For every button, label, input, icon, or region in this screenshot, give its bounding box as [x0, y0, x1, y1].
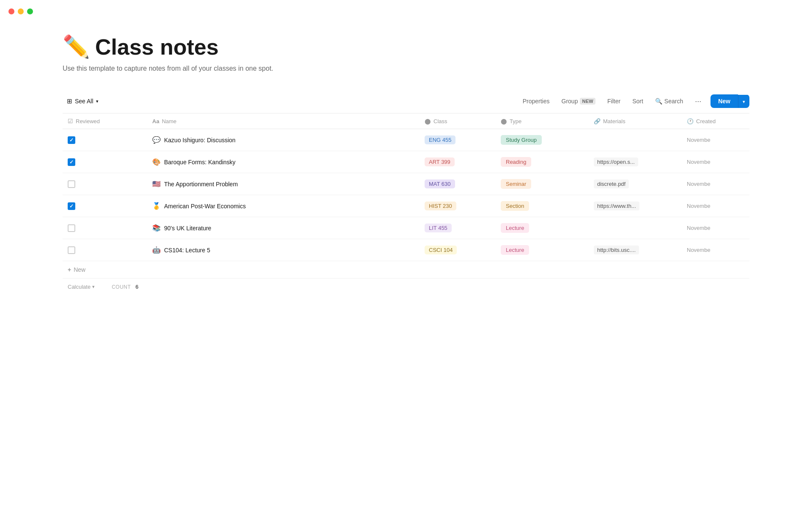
- created-cell: Novembe: [682, 243, 749, 257]
- reviewed-cell: [63, 132, 147, 148]
- group-button[interactable]: Group NEW: [559, 96, 598, 106]
- created-cell: Novembe: [682, 133, 749, 147]
- reviewed-checkbox[interactable]: [68, 246, 75, 254]
- col-reviewed-label: Reviewed: [76, 118, 100, 124]
- table-row: 📚90's UK LiteratureLIT 455LectureNovembe: [63, 217, 749, 239]
- materials-cell: http://bits.usc....: [589, 241, 682, 259]
- title-text: Class notes: [95, 34, 219, 60]
- row-name: Kazuo Ishiguro: Discussion: [164, 137, 236, 144]
- type-cell: Lecture: [496, 219, 589, 237]
- search-button[interactable]: 🔍 Search: [653, 96, 686, 106]
- type-badge: Seminar: [501, 179, 531, 189]
- close-button[interactable]: [8, 8, 14, 14]
- materials-link[interactable]: https://www.th...: [594, 202, 639, 210]
- type-badge: Reading: [501, 157, 531, 167]
- col-type: ⬤ Type: [496, 113, 589, 129]
- class-cell: ENG 455: [420, 131, 496, 149]
- title-emoji: ✏️: [63, 34, 90, 60]
- created-date: Novembe: [687, 159, 710, 165]
- properties-button[interactable]: Properties: [520, 96, 552, 106]
- materials-link[interactable]: https://open.s...: [594, 157, 638, 166]
- created-date: Novembe: [687, 137, 710, 143]
- row-emoji: 🎨: [152, 158, 161, 166]
- type-cell: Section: [496, 197, 589, 215]
- created-cell: Novembe: [682, 221, 749, 235]
- table: ☑ Reviewed Aa Name ⬤ Class ⬤ Type 🔗 Mate…: [63, 113, 749, 295]
- created-cell: Novembe: [682, 199, 749, 213]
- reviewed-checkbox[interactable]: [68, 136, 75, 144]
- plus-icon: +: [68, 266, 71, 273]
- reviewed-cell: [63, 198, 147, 214]
- type-cell: Lecture: [496, 241, 589, 259]
- reviewed-checkbox[interactable]: [68, 180, 75, 188]
- name-cell[interactable]: 🤖CS104: Lecture 5: [147, 242, 420, 258]
- grid-icon: ⊞: [67, 97, 72, 105]
- reviewed-checkbox[interactable]: [68, 202, 75, 210]
- reviewed-cell: [63, 154, 147, 170]
- count-display: COUNT 6: [112, 284, 138, 290]
- page-title: ✏️ Class notes: [63, 34, 749, 60]
- properties-label: Properties: [523, 98, 550, 105]
- add-row-button[interactable]: + New: [63, 261, 749, 279]
- minimize-button[interactable]: [18, 8, 24, 14]
- class-badge: CSCI 104: [425, 246, 457, 254]
- name-cell[interactable]: 🥇American Post-War Economics: [147, 198, 420, 214]
- col-type-label: Type: [510, 118, 521, 124]
- chevron-down-icon: ▾: [743, 99, 745, 104]
- chevron-down-icon: ▾: [96, 99, 99, 104]
- name-cell[interactable]: 🇺🇸The Apportionment Problem: [147, 176, 420, 192]
- filter-button[interactable]: Filter: [605, 96, 623, 106]
- type-badge: Study Group: [501, 135, 542, 145]
- row-name: 90's UK Literature: [164, 225, 211, 232]
- name-cell[interactable]: 💬Kazuo Ishiguro: Discussion: [147, 132, 420, 148]
- created-date: Novembe: [687, 247, 710, 253]
- calculate-label: Calculate: [68, 284, 91, 290]
- count-label: COUNT: [112, 284, 131, 290]
- page-description: Use this template to capture notes from …: [63, 65, 749, 72]
- toolbar: ⊞ See All ▾ Properties Group NEW Filter …: [63, 89, 749, 113]
- class-cell: HIST 230: [420, 197, 496, 215]
- col-class-label: Class: [433, 118, 447, 124]
- created-date: Novembe: [687, 225, 710, 231]
- materials-link[interactable]: discrete.pdf: [594, 179, 629, 188]
- table-row: 🤖CS104: Lecture 5CSCI 104Lecturehttp://b…: [63, 239, 749, 261]
- name-cell[interactable]: 🎨Baroque Forms: Kandinsky: [147, 154, 420, 170]
- row-emoji: 🥇: [152, 202, 161, 210]
- sort-button[interactable]: Sort: [630, 96, 646, 106]
- new-entry-button[interactable]: New: [710, 94, 738, 108]
- col-materials-label: Materials: [603, 118, 625, 124]
- type-cell: Seminar: [496, 175, 589, 193]
- col-created-label: Created: [696, 118, 716, 124]
- more-options-button[interactable]: ···: [692, 95, 704, 108]
- name-cell[interactable]: 📚90's UK Literature: [147, 220, 420, 236]
- col-name: Aa Name: [147, 113, 420, 129]
- calculate-chevron-icon: ▾: [92, 284, 95, 290]
- row-name: The Apportionment Problem: [164, 181, 238, 188]
- page-header: ✏️ Class notes Use this template to capt…: [63, 34, 749, 72]
- main-content: ✏️ Class notes Use this template to capt…: [0, 0, 812, 320]
- created-date: Novembe: [687, 203, 710, 209]
- table-header: ☑ Reviewed Aa Name ⬤ Class ⬤ Type 🔗 Mate…: [63, 113, 749, 129]
- see-all-button[interactable]: ⊞ See All ▾: [63, 95, 103, 108]
- text-col-icon: Aa: [152, 118, 159, 124]
- row-name: American Post-War Economics: [164, 203, 246, 210]
- reviewed-checkbox[interactable]: [68, 158, 75, 166]
- materials-link[interactable]: http://bits.usc....: [594, 246, 639, 254]
- table-row: 🎨Baroque Forms: KandinskyART 399Readingh…: [63, 151, 749, 173]
- new-dropdown-button[interactable]: ▾: [738, 95, 749, 108]
- reviewed-cell: [63, 242, 147, 258]
- reviewed-checkbox[interactable]: [68, 224, 75, 232]
- row-emoji: 🤖: [152, 246, 161, 254]
- type-badge: Lecture: [501, 223, 529, 233]
- count-value: 6: [135, 284, 138, 290]
- materials-cell: https://www.th...: [589, 197, 682, 215]
- circle2-col-icon: ⬤: [501, 118, 507, 124]
- add-row-label: New: [74, 266, 85, 273]
- maximize-button[interactable]: [27, 8, 33, 14]
- calculate-button[interactable]: Calculate ▾: [68, 284, 95, 290]
- filter-label: Filter: [607, 98, 620, 105]
- materials-cell: [589, 136, 682, 144]
- reviewed-cell: [63, 176, 147, 192]
- table-row: 🥇American Post-War EconomicsHIST 230Sect…: [63, 195, 749, 217]
- group-label: Group: [562, 98, 578, 105]
